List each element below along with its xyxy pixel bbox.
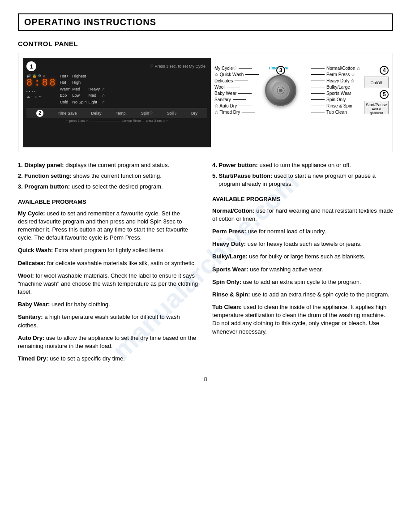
sun-icon-2	[102, 79, 107, 86]
start-pause-label: Start/Pause	[366, 103, 387, 107]
prog-entry-heavy-duty: Heavy Duty: use for heavy loads such as …	[212, 240, 393, 248]
prog-line-sanitary	[233, 99, 246, 100]
sub-icon-3: ☆	[34, 94, 38, 99]
prog-label-sports-wear: Sports Wear	[326, 91, 351, 96]
temp-hot: Hot	[60, 79, 73, 86]
icon-2: ▪	[29, 90, 30, 94]
spin-low: Low	[72, 92, 88, 99]
prog-entry-my-cycle: My Cycle: used to set and remember a fav…	[18, 210, 199, 242]
num-2: 2.	[18, 172, 24, 179]
label-1: Display panel:	[24, 162, 64, 168]
prog-name-my-cycle: My Cycle:	[18, 210, 45, 217]
temp-eco: Eco	[60, 92, 73, 99]
prog-delicates: Delicates	[214, 78, 259, 83]
press-note: ← press 3 sec △ — ————————— Lemon Rinse …	[26, 119, 207, 123]
page-number: 8	[18, 376, 393, 382]
bottom-soil: Soil ♪	[167, 111, 177, 116]
panel-right-wrapper: Time Save My Cycle♡ ☆ Quick Wash	[211, 58, 392, 147]
control-panel-section: CONTROL PANEL 1 ♡ Press 3 sec. to set My…	[18, 40, 393, 152]
bottom-time-save: Time Save	[58, 111, 77, 116]
prog-line-normal-cotton	[311, 68, 325, 69]
left-column: 1. Display panel: displays the current p…	[18, 161, 199, 367]
soil-med: Med	[89, 92, 102, 99]
display-icons-bottom: ▪ ▪ ▪ ▪	[26, 90, 57, 94]
temp-row-2: Hot High	[60, 79, 107, 86]
instruction-5: 5. Start/Pause button: used to start a n…	[212, 172, 393, 188]
main-content: 1. Display panel: displays the current p…	[18, 161, 393, 367]
prog-entry-baby-wear: Baby Wear: used for baby clothing.	[18, 300, 199, 309]
prog-normal-cotton: Normal/Cotton ☆	[311, 66, 360, 71]
prog-entry-tub-clean: Tub Clean: used to clean the inside of t…	[212, 303, 393, 336]
prog-line-auto-dry	[239, 106, 252, 106]
prog-name-rinse-spin: Rinse & Spin:	[212, 291, 250, 298]
prog-name-quick-wash: Quick Wash:	[18, 247, 53, 253]
spin-med: Med	[72, 86, 88, 92]
temp-hot-plus: Hot+	[60, 73, 73, 79]
prog-label-sanitary: Sanitary	[214, 97, 231, 102]
prog-tub-clean: Tub Clean	[311, 110, 360, 115]
diagram-container: 1 ♡ Press 3 sec. to set My Cycle 🔊 🔒 ⚙ ≋…	[18, 53, 393, 152]
start-pause-button[interactable]: Start/Pause Add a garment	[364, 101, 389, 114]
prog-line-tub-clean	[311, 112, 325, 112]
prog-label-quick-wash: ☆ Quick Wash	[214, 72, 244, 77]
panel-left: 1 ♡ Press 3 sec. to set My Cycle 🔊 🔒 ⚙ ≋…	[23, 58, 211, 147]
prog-label-rinse-spin: Rinse & Spin	[326, 103, 352, 108]
page-title: OPERATING INSTRUCTIONS	[24, 17, 387, 27]
callout-2: 2	[36, 110, 43, 117]
dial-area: 3	[263, 66, 299, 115]
prog-sports-wear: Sports Wear	[311, 91, 360, 96]
temp-row-5: Cold No Spin Light ☆	[60, 99, 107, 105]
available-programs-title-right: AVAILABLE PROGRAMS	[212, 196, 393, 202]
prog-name-timed-dry: Timed Dry:	[18, 355, 48, 362]
temp-row-1: Hot+ Highest	[60, 73, 107, 79]
num-4: 4.	[212, 162, 218, 168]
soil-blank	[89, 73, 102, 79]
temp-cold: Cold	[60, 99, 73, 105]
bottom-spin: Spin♡	[141, 111, 153, 116]
callout-4-row: 4	[380, 66, 389, 75]
dial-wrapper: 3	[265, 75, 296, 106]
dial-knob[interactable]	[265, 75, 296, 106]
label-4: Power button:	[218, 162, 257, 168]
instruction-1: 1. Display panel: displays the current p…	[18, 161, 199, 169]
prog-entry-sanitary: Sanitary: a high temperature wash suitab…	[18, 313, 199, 329]
num-1: 1.	[18, 162, 24, 168]
prog-label-baby-wear: Baby Wear	[214, 91, 236, 96]
prog-label-tub-clean: Tub Clean	[326, 110, 347, 115]
prog-baby-wear: Baby Wear	[214, 91, 259, 96]
bottom-temp: Temp.	[116, 111, 127, 116]
panel-bottom-bar: 2 Time Save Delay Temp. Spin♡ Soil ♪ Dry	[26, 108, 207, 118]
label-3: Program button:	[24, 183, 70, 190]
prog-line-my-cycle	[239, 68, 252, 69]
prog-line-rinse-spin	[311, 106, 325, 106]
available-programs-right: AVAILABLE PROGRAMS Normal/Cotton: use fo…	[212, 196, 393, 336]
prog-name-delicates: Delicates:	[18, 260, 45, 266]
num-3: 3.	[18, 183, 24, 190]
prog-heavy-duty: Heavy Duty ☆	[311, 78, 360, 83]
sun-icon-4: ☆	[102, 92, 107, 99]
available-programs-left: AVAILABLE PROGRAMS My Cycle: used to set…	[18, 198, 199, 363]
press-my-cycle-label: ♡ Press 3 sec. to set My Cycle	[36, 64, 207, 69]
programs-and-buttons: My Cycle♡ ☆ Quick Wash Delicates Wo	[214, 66, 389, 115]
bottom-delay: Delay	[91, 111, 102, 116]
prog-name-wool: Wool:	[18, 272, 34, 279]
prog-wool: Wool	[214, 85, 259, 90]
control-panel-title: CONTROL PANEL	[18, 40, 393, 47]
instruction-3: 3. Program button: used to select the de…	[18, 183, 199, 191]
prog-label-delicates: Delicates	[214, 78, 233, 83]
available-programs-title-left: AVAILABLE PROGRAMS	[18, 198, 199, 205]
prog-entry-timed-dry: Timed Dry: use to set a specific dry tim…	[18, 355, 199, 363]
prog-label-perm-press: Perm Press ☆	[326, 72, 355, 77]
sub-icon-2: ≈	[31, 94, 33, 99]
on-off-button[interactable]: On/Off	[364, 77, 389, 88]
dial-inner	[272, 82, 290, 99]
prog-line-quick-wash	[245, 74, 259, 75]
prog-label-timed-dry: ☆ Timed Dry	[214, 110, 240, 115]
panel-top-row: 1 ♡ Press 3 sec. to set My Cycle	[26, 61, 207, 71]
num-5: 5.	[212, 172, 218, 179]
prog-name-tub-clean: Tub Clean:	[212, 304, 242, 310]
spin-high: High	[72, 79, 88, 86]
prog-entry-sports-wear: Sports Wear: use for washing active wear…	[212, 266, 393, 274]
sun-icon-3: ☆	[102, 86, 107, 92]
prog-line-sports-wear	[311, 93, 325, 94]
